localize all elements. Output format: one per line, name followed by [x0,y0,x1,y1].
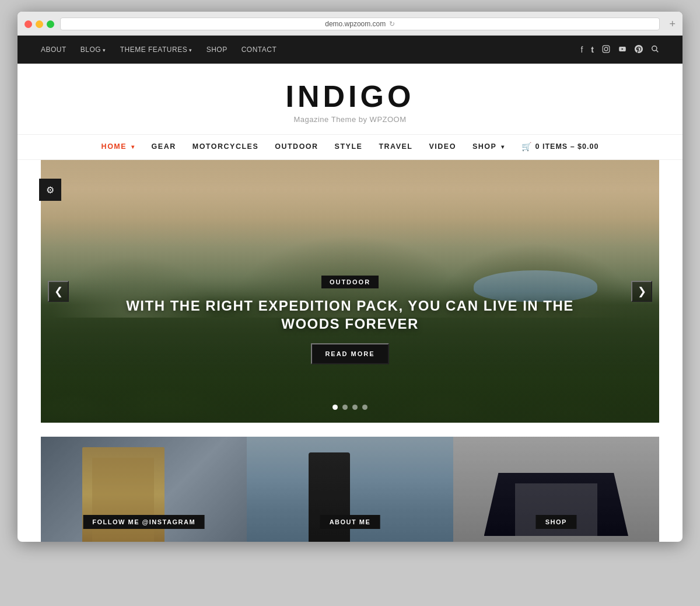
main-nav-motorcycles[interactable]: MOTORCYCLES [192,142,259,151]
hero-next-button[interactable]: ❯ [631,281,652,302]
dot-yellow[interactable] [36,20,43,28]
card-shop-badge: SHOP [536,515,576,529]
hero-title: WITH THE RIGHT EXPEDITION PACK, YOU CAN … [103,297,597,333]
nav-shop[interactable]: SHOP [206,46,228,54]
card-shop[interactable]: SHOP [453,437,659,542]
nav-contact[interactable]: CONTACT [242,46,277,54]
card-grid: FOLLOW ME @INSTAGRAM ABOUT ME SHOP [41,437,659,542]
new-tab-button[interactable]: + [669,18,676,30]
cart-icon: 🛒 [522,142,532,151]
dot-green[interactable] [47,20,54,28]
top-nav: ABOUT BLOG ▾ THEME FEATURES ▾ SHOP CONTA… [18,36,682,64]
hero-content: OUTDOOR WITH THE RIGHT EXPEDITION PACK, … [103,276,597,364]
hero-dots [332,405,368,410]
search-icon[interactable] [651,45,659,55]
instagram-icon[interactable] [602,45,610,55]
hero-dot-2[interactable] [342,405,348,410]
main-nav-home[interactable]: HOME ▾ [102,142,135,151]
theme-features-chevron-icon: ▾ [189,47,192,53]
reload-icon[interactable]: ↻ [389,20,395,28]
prev-arrow-icon: ❮ [54,285,63,298]
hero-dot-3[interactable] [352,405,358,410]
svg-point-2 [608,47,608,47]
youtube-icon[interactable] [618,45,626,55]
main-nav-video[interactable]: VIDEO [429,142,456,151]
top-nav-right: f t [580,45,659,55]
card-about-badge: ABOUT ME [320,515,380,529]
shop-chevron-icon: ▾ [501,144,505,150]
dot-red[interactable] [24,20,32,28]
page-content: ⚙ ABOUT BLOG ▾ THEME FEATURES ▾ SHOP CON… [18,36,682,542]
browser-window: demo.wpzoom.com ↻ + ⚙ ABOUT BLOG ▾ THEME… [18,12,682,542]
svg-point-3 [652,46,657,50]
home-chevron-icon: ▾ [131,144,135,150]
cart-area[interactable]: 🛒 0 ITEMS – $0.00 [522,142,599,151]
svg-rect-0 [603,46,610,53]
pinterest-icon[interactable] [635,45,643,55]
gear-icon: ⚙ [46,184,54,196]
cart-label: 0 ITEMS – $0.00 [536,142,599,151]
hero-read-more-button[interactable]: READ MORE [311,343,388,364]
hero-category-badge: OUTDOOR [321,276,379,288]
main-nav-gear[interactable]: GEAR [152,142,176,151]
card-about[interactable]: ABOUT ME [247,437,453,542]
main-nav-travel[interactable]: TRAVEL [379,142,412,151]
hero-dot-1[interactable] [332,405,338,410]
url-text: demo.wpzoom.com [325,20,386,28]
site-title: INDIGO [18,81,682,112]
card-instagram[interactable]: FOLLOW ME @INSTAGRAM [41,437,247,542]
hero-slider: ❮ ❯ OUTDOOR WITH THE RIGHT EXPEDITION PA… [41,160,659,423]
browser-chrome: demo.wpzoom.com ↻ + [18,12,682,36]
nav-blog[interactable]: BLOG ▾ [80,46,106,54]
hero-dot-4[interactable] [362,405,368,410]
card-instagram-badge: FOLLOW ME @INSTAGRAM [83,515,205,529]
twitter-icon[interactable]: t [591,45,594,54]
browser-dots [24,20,54,28]
main-nav-style[interactable]: STYLE [335,142,363,151]
main-nav-shop[interactable]: SHOP ▾ [473,142,505,151]
blog-chevron-icon: ▾ [103,47,106,53]
site-header: INDIGO Magazine Theme by WPZOOM [18,64,682,134]
facebook-icon[interactable]: f [580,45,583,54]
hero-prev-button[interactable]: ❮ [48,281,69,302]
nav-theme-features[interactable]: THEME FEATURES ▾ [120,46,192,54]
settings-sidebar-button[interactable]: ⚙ [39,179,61,201]
top-nav-left: ABOUT BLOG ▾ THEME FEATURES ▾ SHOP CONTA… [41,46,276,54]
main-nav: HOME ▾ GEAR MOTORCYCLES OUTDOOR STYLE TR… [18,134,682,160]
next-arrow-icon: ❯ [638,285,646,298]
nav-about[interactable]: ABOUT [41,46,66,54]
svg-point-1 [604,47,608,51]
svg-line-4 [656,50,658,52]
main-nav-outdoor[interactable]: OUTDOOR [275,142,318,151]
browser-address-bar[interactable]: demo.wpzoom.com ↻ [60,18,660,30]
site-tagline: Magazine Theme by WPZOOM [18,115,682,124]
